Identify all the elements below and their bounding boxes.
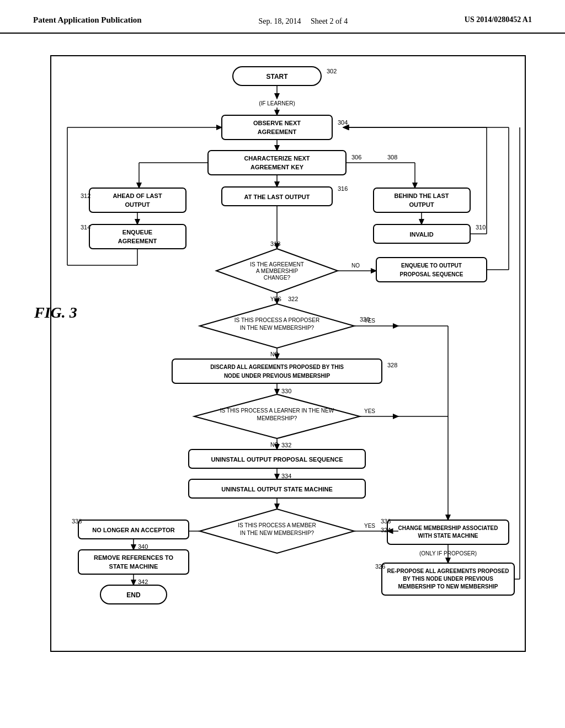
svg-text:328: 328 (387, 362, 397, 368)
svg-text:OUTPUT: OUTPUT (125, 201, 150, 208)
svg-text:WITH STATE MACHINE: WITH STATE MACHINE (418, 533, 478, 539)
svg-text:IS THIS PROCESS A PROPOSER: IS THIS PROCESS A PROPOSER (234, 317, 319, 323)
svg-text:YES: YES (270, 296, 281, 302)
svg-text:RE-PROPOSE ALL AGREEMENTS PROP: RE-PROPOSE ALL AGREEMENTS PROPOSED (387, 568, 509, 574)
svg-text:308: 308 (387, 154, 397, 160)
svg-text:324: 324 (381, 527, 391, 533)
svg-text:MEMBERSHIP TO NEW MEMBERSHIP: MEMBERSHIP TO NEW MEMBERSHIP (398, 584, 498, 590)
svg-rect-54 (376, 258, 487, 282)
svg-text:334: 334 (281, 473, 291, 479)
svg-text:OUTPUT: OUTPUT (409, 201, 434, 208)
svg-text:PROPOSAL SEQUENCE: PROPOSAL SEQUENCE (400, 271, 463, 277)
svg-rect-8 (222, 115, 332, 140)
svg-text:IN THE NEW MEMBERSHIP?: IN THE NEW MEMBERSHIP? (240, 325, 315, 331)
svg-text:338: 338 (72, 518, 82, 524)
svg-text:NO LONGER AN ACCEPTOR: NO LONGER AN ACCEPTOR (92, 527, 174, 533)
svg-text:REMOVE REFERENCES TO: REMOVE REFERENCES TO (94, 554, 173, 561)
diagram-area: FIG. 3 START 302 (IF LEARNER) OBSERVE NE… (0, 34, 565, 679)
flowchart-svg: START 302 (IF LEARNER) OBSERVE NEXT AGRE… (45, 50, 531, 657)
svg-text:CHANGE?: CHANGE? (264, 275, 291, 281)
svg-rect-71 (172, 359, 382, 383)
svg-text:UNINSTALL OUTPUT STATE MACHINE: UNINSTALL OUTPUT STATE MACHINE (221, 486, 332, 493)
svg-text:START: START (266, 73, 288, 81)
svg-text:336: 336 (381, 518, 391, 524)
svg-text:330: 330 (281, 388, 291, 394)
svg-text:302: 302 (327, 68, 337, 74)
svg-text:NODE UNDER PREVIOUS MEMBERSHIP: NODE UNDER PREVIOUS MEMBERSHIP (224, 373, 331, 379)
svg-text:316: 316 (338, 185, 348, 192)
svg-text:AGREEMENT KEY: AGREEMENT KEY (250, 164, 304, 170)
svg-text:NO: NO (270, 442, 279, 448)
header-right: US 2014/0280452 A1 (465, 15, 532, 24)
svg-text:314: 314 (81, 224, 90, 231)
svg-text:AT THE LAST OUTPUT: AT THE LAST OUTPUT (244, 194, 310, 200)
svg-text:340: 340 (138, 543, 148, 550)
svg-text:INVALID: INVALID (409, 231, 433, 238)
svg-text:ENQUEUE TO OUTPUT: ENQUEUE TO OUTPUT (401, 263, 462, 269)
svg-text:OBSERVE NEXT: OBSERVE NEXT (253, 120, 301, 126)
svg-text:UNINSTALL OUTPUT PROPOSAL SEQU: UNINSTALL OUTPUT PROPOSAL SEQUENCE (211, 456, 343, 463)
svg-rect-37 (89, 224, 186, 249)
svg-text:AGREEMENT: AGREEMENT (258, 129, 297, 135)
header-center: Sep. 18, 2014 Sheet 2 of 4 (258, 15, 348, 27)
svg-text:BY THIS NODE UNDER PREVIOUS: BY THIS NODE UNDER PREVIOUS (403, 576, 493, 582)
svg-text:CHARACTERIZE NEXT: CHARACTERIZE NEXT (244, 155, 310, 162)
svg-text:310: 310 (476, 224, 486, 231)
svg-text:304: 304 (338, 119, 348, 126)
fig-label: FIG. 3 (34, 304, 77, 322)
svg-rect-27 (374, 188, 470, 212)
svg-text:CHANGE MEMBERSHIP ASSOCIATED: CHANGE MEMBERSHIP ASSOCIATED (398, 525, 498, 531)
svg-text:326: 326 (375, 563, 385, 570)
svg-rect-23 (89, 188, 186, 212)
svg-text:IN THE NEW MEMBERSHIP?: IN THE NEW MEMBERSHIP? (240, 530, 315, 536)
header-left: Patent Application Publication (33, 15, 142, 25)
svg-text:NO: NO (270, 351, 279, 357)
svg-text:(IF LEARNER): (IF LEARNER) (259, 100, 295, 106)
svg-text:IS THIS PROCESS A LEARNER IN T: IS THIS PROCESS A LEARNER IN THE NEW (220, 408, 334, 414)
svg-text:ENQUEUE: ENQUEUE (122, 229, 152, 235)
svg-text:YES: YES (364, 523, 375, 529)
svg-text:END: END (126, 591, 141, 599)
svg-text:306: 306 (351, 154, 361, 160)
svg-text:332: 332 (281, 442, 291, 448)
svg-text:YES: YES (364, 408, 375, 414)
svg-rect-13 (208, 151, 346, 175)
svg-text:YES: YES (364, 318, 375, 324)
header-date: Sep. 18, 2014 (258, 17, 301, 25)
svg-text:AHEAD OF LAST: AHEAD OF LAST (113, 192, 162, 199)
svg-text:BEHIND THE LAST: BEHIND THE LAST (395, 192, 449, 199)
svg-text:AGREEMENT: AGREEMENT (118, 238, 157, 244)
svg-text:STATE MACHINE: STATE MACHINE (109, 563, 158, 570)
svg-text:MEMBERSHIP?: MEMBERSHIP? (257, 415, 297, 421)
svg-text:322: 322 (288, 296, 298, 302)
svg-text:IS THE AGREEMENT: IS THE AGREEMENT (250, 261, 304, 267)
svg-rect-104 (78, 550, 189, 574)
svg-text:DISCARD ALL AGREEMENTS PROPOSE: DISCARD ALL AGREEMENTS PROPOSED BY THIS (210, 364, 344, 370)
svg-text:IS THIS PROCESS A MEMBER: IS THIS PROCESS A MEMBER (238, 522, 316, 528)
page-header: Patent Application Publication Sep. 18, … (0, 0, 565, 34)
svg-text:A MEMBERSHIP: A MEMBERSHIP (256, 268, 298, 274)
svg-text:NO: NO (351, 263, 360, 269)
svg-text:312: 312 (81, 192, 90, 199)
svg-text:318: 318 (270, 240, 280, 247)
header-sheet: Sheet 2 of 4 (311, 17, 348, 25)
svg-text:342: 342 (138, 579, 148, 585)
svg-rect-111 (387, 520, 509, 544)
